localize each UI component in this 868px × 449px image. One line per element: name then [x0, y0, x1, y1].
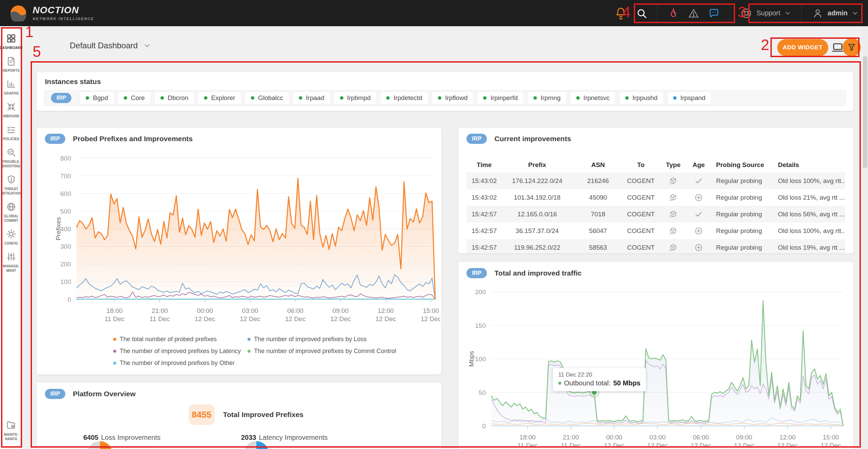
svg-text:100: 100 [475, 355, 486, 363]
instance-chip: Bgpd [80, 92, 114, 104]
instance-chip: Dbcron [154, 92, 194, 104]
table-row[interactable]: 15:43:02176.124.222.0/24216246COGENTRegu… [466, 172, 845, 189]
sidebar-item-threat-mitigation[interactable]: THREAT MITIGATION [0, 171, 22, 199]
filter-button[interactable] [843, 38, 861, 56]
sidebar-item-label: MAINTE-NANCE [0, 432, 22, 441]
cell-probing-source: Regular probing [709, 189, 771, 206]
cell-details: Old loss 21%, avg rtt ... [771, 189, 845, 206]
sidebar-item-management[interactable]: MANAGE-MENT [0, 249, 22, 276]
sidebar: DASHBOARD REPORTS GRAPHS INBOUND [0, 26, 23, 449]
svg-text:00:0012 Dec: 00:0012 Dec [604, 434, 624, 449]
legend-label: The number of improved prefixes by Laten… [120, 348, 241, 355]
instance-name: Dbcron [168, 94, 188, 102]
sidebar-item-troubleshooting[interactable]: TROUBLE-SHOOTING [0, 144, 22, 171]
widget-header: IRP Current improvements [466, 134, 571, 144]
brand-name: NOCTION [33, 5, 94, 15]
flame-alerts-icon[interactable] [667, 7, 679, 19]
table-row[interactable]: 15:42:57119.96.252.0/2258563COGENTRegula… [466, 239, 845, 253]
sidebar-item-maintenance[interactable]: MAINTE-NANCE [0, 417, 22, 444]
traffic-chart: 11 Dec 22:20 Outbound total: 50 Mbps 050… [467, 286, 848, 449]
search-icon[interactable] [636, 7, 647, 19]
svg-text:09:0012 Dec: 09:0012 Dec [734, 434, 754, 449]
prefix-type-icon [669, 177, 678, 185]
scrollbar-thumb[interactable] [863, 56, 867, 168]
noction-dashboard-page: NOCTION NETWORK INTELLIGENCE [0, 0, 868, 449]
cell-age [688, 172, 709, 189]
column-header: Details [771, 157, 845, 172]
cell-time: 15:42:57 [466, 222, 502, 239]
sidebar-item-inbound[interactable]: INBOUND [0, 99, 22, 121]
cell-to: COGENT [624, 206, 658, 222]
warning-triangle-icon[interactable] [688, 7, 699, 19]
widget-header: IRP Platform Overview [45, 389, 136, 399]
brand-logo[interactable]: NOCTION NETWORK INTELLIGENCE [10, 5, 94, 21]
tooltip-value-line: Outbound total: 50 Mbps [558, 379, 641, 387]
total-improved-value: 8455 [189, 404, 215, 425]
cell-type [658, 206, 688, 222]
dashboard-selector[interactable]: Default Dashboard [70, 41, 151, 50]
column-header: Time [466, 157, 502, 172]
cell-asn: 56047 [573, 222, 624, 239]
status-dot-icon [124, 96, 127, 100]
user-menu[interactable]: admin [812, 7, 858, 19]
status-dot-icon [533, 96, 537, 100]
legend-item: The number of improved prefixes by Loss [248, 336, 396, 343]
table-row[interactable]: 15:42:5736.157.37.0/2456047COGENTRegular… [466, 222, 845, 239]
instance-name: Irpinperfd [490, 94, 517, 102]
cell-to: COGENT [624, 239, 658, 253]
display-mode-button[interactable] [832, 43, 844, 53]
annotation-number-1: 1 [25, 24, 33, 39]
sidebar-item-label: TROUBLE-SHOOTING [0, 160, 22, 168]
legend-label: The number of improved prefixes by Other [120, 360, 235, 367]
add-widget-button[interactable]: ADD WIDGET [777, 39, 828, 56]
notifications-bell-icon[interactable] [615, 6, 627, 20]
cell-to: COGENT [624, 172, 658, 189]
sidebar-item-graphs[interactable]: GRAPHS [0, 76, 22, 99]
cell-asn: 58563 [573, 239, 624, 253]
sidebar-item-reports[interactable]: REPORTS [0, 53, 22, 76]
sidebar-item-policies[interactable]: POLICIES [0, 121, 22, 144]
legend-item: The number of improved prefixes by Laten… [113, 348, 248, 355]
sidebar-item-global-commit[interactable]: GLOBAL COMMIT [0, 199, 22, 226]
cell-age [688, 222, 709, 239]
sidebar-item-dashboard[interactable]: DASHBOARD [0, 30, 22, 53]
cell-asn: 216246 [573, 172, 624, 189]
svg-text:06:0012 Dec: 06:0012 Dec [691, 434, 711, 449]
sidebar-item-label: REPORTS [3, 68, 20, 73]
widget-header: IRP Total and improved traffic [466, 268, 582, 278]
topbar-divider [801, 5, 802, 22]
cell-prefix: 36.157.37.0/24 [502, 222, 573, 239]
instance-name: Irpflowd [445, 94, 468, 102]
chevron-down-icon [143, 41, 151, 50]
graphs-bar-chart-icon [6, 79, 16, 89]
legend-dot-icon [113, 362, 116, 365]
cell-age [688, 239, 709, 253]
irp-badge: IRP [51, 93, 71, 103]
cell-type [658, 239, 688, 253]
table-row[interactable]: 15:42:5712.165.0.0/167018COGENTRegular p… [466, 206, 845, 222]
sidebar-item-config[interactable]: CONFIG [0, 226, 22, 249]
sidebar-item-label: THREAT MITIGATION [0, 187, 22, 196]
topbar: NOCTION NETWORK INTELLIGENCE [0, 0, 868, 26]
instances-status-widget: Instances status IRP BgpdCoreDbcronExplo… [37, 72, 853, 111]
page-scrollbar[interactable] [862, 26, 868, 449]
widget-header: IRP Probed Prefixes and Improvements [45, 134, 193, 144]
svg-text:09:0012 Dec: 09:0012 Dec [330, 307, 351, 322]
chat-bubble-icon[interactable] [708, 7, 720, 19]
cell-time: 15:43:02 [466, 189, 502, 206]
cell-type [658, 172, 688, 189]
irp-badge: IRP [466, 268, 487, 278]
svg-text:200: 200 [475, 288, 486, 296]
instance-name: Globalcc [258, 94, 283, 102]
support-menu[interactable]: Support [740, 7, 791, 19]
maintenance-folder-icon [6, 420, 16, 430]
inbound-arrows-icon [6, 102, 16, 112]
chevron-down-icon [784, 10, 791, 17]
age-new-icon [694, 243, 703, 252]
cell-prefix: 119.96.252.0/22 [502, 239, 573, 253]
widget-title: Current improvements [494, 135, 571, 143]
instance-name: Bgpd [93, 94, 108, 102]
annotation-number-5: 5 [33, 44, 41, 59]
instance-name: Irpbmpd [347, 94, 371, 102]
table-row[interactable]: 15:43:02101.34.192.0/1845090COGENTRegula… [466, 189, 845, 206]
